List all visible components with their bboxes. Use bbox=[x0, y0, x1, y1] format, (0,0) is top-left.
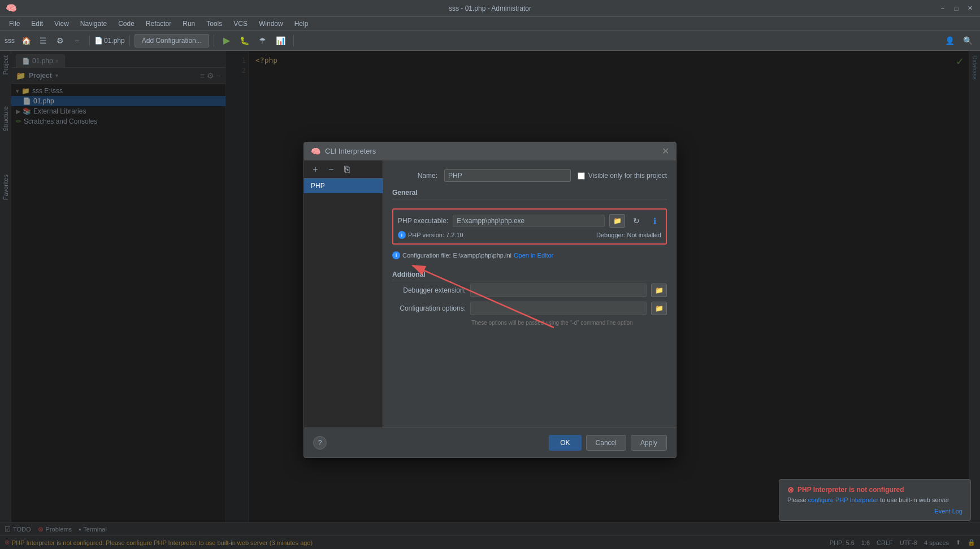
toolbar: sss 🏠 ☰ ⚙ − 📄 01.php Add Configuration..… bbox=[0, 30, 980, 51]
debugger-status-label: Debugger: Not installed bbox=[596, 232, 661, 238]
configure-php-link[interactable]: configure PHP Interpreter bbox=[808, 496, 879, 503]
debugger-ext-input[interactable] bbox=[470, 284, 647, 297]
php-version-info-icon: i bbox=[398, 231, 406, 239]
config-file-row: i Configuration file: E:\xampp\php\php.i… bbox=[392, 251, 667, 259]
dialog-icon: 🧠 bbox=[311, 147, 320, 156]
menu-tools[interactable]: Tools bbox=[202, 19, 227, 29]
title-bar-controls: − □ ✕ bbox=[938, 4, 974, 13]
config-options-row: Configuration options: 📁 bbox=[392, 302, 667, 315]
open-in-editor-link[interactable]: Open in Editor bbox=[514, 252, 553, 259]
menu-view[interactable]: View bbox=[50, 19, 73, 29]
toolbar-sep-3 bbox=[214, 35, 214, 46]
notif-body-text2: to use built-in web server bbox=[878, 496, 949, 503]
project-label: sss bbox=[5, 37, 15, 45]
help-button[interactable]: ? bbox=[313, 436, 327, 450]
add-interpreter-button[interactable]: + bbox=[309, 163, 322, 176]
config-file-path: E:\xampp\php\php.ini bbox=[453, 252, 511, 259]
config-info-icon: i bbox=[392, 251, 400, 259]
menu-vcs[interactable]: VCS bbox=[229, 19, 252, 29]
apply-button[interactable]: Apply bbox=[631, 435, 667, 451]
name-label: Name: bbox=[392, 172, 437, 180]
dialog-close-button[interactable]: ✕ bbox=[662, 146, 669, 156]
toolbar-settings-btn[interactable]: ⚙ bbox=[52, 33, 68, 49]
dialog-title: CLI Interpreters bbox=[325, 147, 376, 155]
menu-edit[interactable]: Edit bbox=[27, 19, 47, 29]
maximize-button[interactable]: □ bbox=[952, 4, 961, 13]
debugger-ext-label: Debugger extension: bbox=[392, 286, 466, 294]
visible-label: Visible only for this project bbox=[588, 172, 667, 180]
php-exec-info-button[interactable]: ℹ bbox=[648, 214, 661, 228]
event-log-link[interactable]: Event Log bbox=[934, 508, 962, 515]
notif-error-icon: ⊗ bbox=[787, 485, 794, 494]
toolbar-sep-2 bbox=[129, 35, 130, 46]
search-button[interactable]: 🔍 bbox=[960, 33, 975, 49]
interpreter-php-item[interactable]: PHP bbox=[304, 178, 383, 193]
profile-button[interactable]: 📊 bbox=[273, 33, 289, 49]
menu-help[interactable]: Help bbox=[290, 19, 313, 29]
dialog-list-toolbar: + − ⎘ bbox=[304, 160, 383, 178]
name-input[interactable] bbox=[444, 169, 571, 182]
notification-title: ⊗ PHP Interpreter is not configured bbox=[787, 485, 962, 494]
menu-navigate[interactable]: Navigate bbox=[76, 19, 111, 29]
debugger-ext-browse-button[interactable]: 📁 bbox=[651, 284, 667, 297]
ok-button[interactable]: OK bbox=[549, 435, 581, 451]
dialog-footer: ? OK Cancel Apply bbox=[304, 428, 676, 457]
remove-interpreter-button[interactable]: − bbox=[324, 163, 338, 176]
toolbar-nav: sss 🏠 ☰ ⚙ − bbox=[5, 33, 85, 49]
php-exec-row: PHP executable: 📁 ↻ ℹ bbox=[398, 214, 661, 228]
config-options-label: Configuration options: bbox=[392, 304, 466, 312]
notif-body-text1: Please bbox=[787, 496, 808, 503]
dialog-overlay: 🧠 CLI Interpreters ✕ + − ⎘ PHP bbox=[0, 51, 980, 549]
notification-body: Please configure PHP Interpreter to use … bbox=[787, 496, 962, 503]
menu-refactor[interactable]: Refactor bbox=[141, 19, 176, 29]
cancel-button[interactable]: Cancel bbox=[586, 435, 626, 451]
visible-checkbox[interactable] bbox=[578, 172, 585, 180]
copy-interpreter-button[interactable]: ⎘ bbox=[340, 163, 354, 176]
php-executable-input[interactable] bbox=[453, 215, 605, 227]
run-button[interactable]: ▶ bbox=[219, 33, 235, 49]
php-interpreter-notification: ⊗ PHP Interpreter is not configured Plea… bbox=[779, 479, 971, 521]
cli-interpreters-dialog: 🧠 CLI Interpreters ✕ + − ⎘ PHP bbox=[303, 142, 677, 458]
config-options-input[interactable] bbox=[470, 302, 647, 315]
php-version-label: PHP version: 7.2.10 bbox=[408, 232, 463, 238]
coverage-button[interactable]: ☂ bbox=[255, 33, 271, 49]
debugger-ext-row: Debugger extension: 📁 bbox=[392, 284, 667, 297]
notif-title-text: PHP Interpreter is not configured bbox=[797, 486, 904, 494]
dialog-interpreter-list: + − ⎘ PHP bbox=[304, 160, 383, 428]
visible-checkbox-row: Visible only for this project bbox=[578, 172, 667, 180]
php-exec-refresh-button[interactable]: ↻ bbox=[630, 214, 643, 228]
menu-run[interactable]: Run bbox=[178, 19, 200, 29]
additional-section: Additional Debugger extension: 📁 Configu… bbox=[392, 271, 667, 326]
toolbar-minimize-btn[interactable]: − bbox=[69, 33, 85, 49]
additional-section-label: Additional bbox=[392, 271, 667, 281]
menu-window[interactable]: Window bbox=[254, 19, 288, 29]
name-row: Name: Visible only for this project bbox=[392, 169, 667, 182]
toolbar-sep-1 bbox=[89, 35, 90, 46]
user-icon[interactable]: 👤 bbox=[942, 33, 957, 49]
php-version-row: i PHP version: 7.2.10 Debugger: Not inst… bbox=[398, 231, 661, 239]
toolbar-home-btn[interactable]: 🏠 bbox=[18, 33, 34, 49]
config-options-hint: These options will be passed using the "… bbox=[471, 320, 667, 326]
menu-code[interactable]: Code bbox=[114, 19, 139, 29]
dialog-body: + − ⎘ PHP Name: Visible only for this bbox=[304, 160, 676, 428]
app-logo-icon: 🧠 bbox=[6, 3, 17, 14]
debug-button[interactable]: 🐛 bbox=[237, 33, 253, 49]
title-bar-title: sss - 01.php - Administrator bbox=[449, 5, 531, 12]
general-section-label: General bbox=[392, 189, 667, 199]
toolbar-collapse-btn[interactable]: ☰ bbox=[35, 33, 51, 49]
add-configuration-button[interactable]: Add Configuration... bbox=[135, 34, 209, 47]
config-options-browse-button[interactable]: 📁 bbox=[651, 302, 667, 315]
config-file-label: Configuration file: bbox=[402, 252, 451, 259]
php-exec-label: PHP executable: bbox=[398, 217, 448, 225]
current-file-label: 01.php bbox=[104, 37, 125, 45]
toolbar-sep-4 bbox=[293, 35, 294, 46]
menu-file[interactable]: File bbox=[5, 19, 24, 29]
php-exec-browse-button[interactable]: 📁 bbox=[609, 214, 625, 228]
minimize-button[interactable]: − bbox=[938, 4, 947, 13]
dialog-title-bar: 🧠 CLI Interpreters ✕ bbox=[304, 142, 676, 160]
action-buttons: OK Cancel Apply bbox=[549, 435, 667, 451]
title-bar-left: 🧠 bbox=[6, 3, 17, 14]
php-executable-box: PHP executable: 📁 ↻ ℹ i PHP version: 7.2… bbox=[392, 208, 667, 245]
close-button[interactable]: ✕ bbox=[965, 4, 974, 13]
dialog-form: Name: Visible only for this project Gene… bbox=[383, 160, 676, 428]
